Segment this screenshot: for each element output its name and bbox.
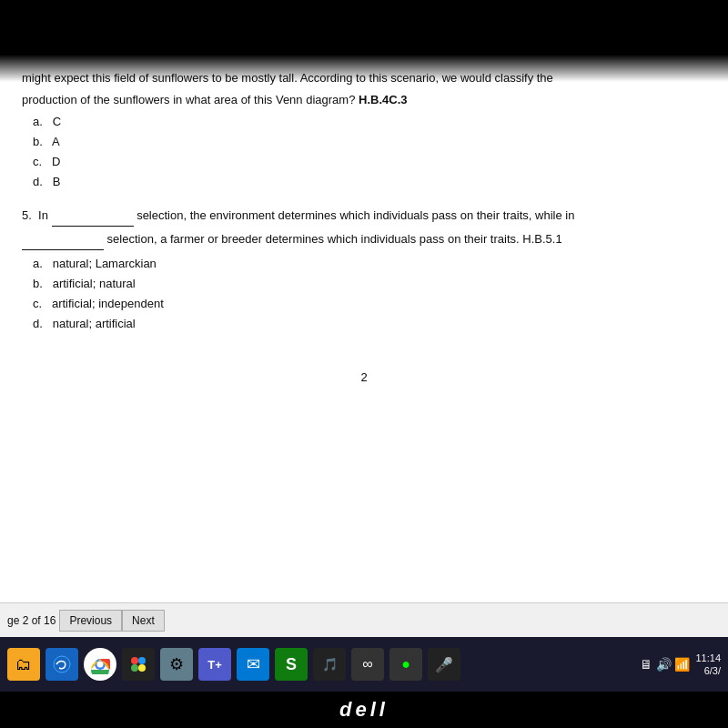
infinity-icon[interactable]: ∞ [351,648,384,681]
svg-point-7 [138,664,146,672]
page-info: ge 2 of 16 [7,614,56,627]
colorful-app-icon[interactable] [122,648,155,681]
file-explorer-icon[interactable]: 🗂 [7,648,40,681]
question-5-text-line2: selection, a farmer or breeder determine… [22,230,706,250]
q5-option-a: a. natural; Lamarckian [33,254,706,274]
option-b: b. A [33,132,706,152]
teams-icon[interactable]: T+ [198,648,231,681]
document-area: might expect this field of sunflowers to… [0,55,728,637]
q5-option-d: d. natural; artificial [33,314,706,334]
edge-icon[interactable] [46,648,78,681]
taskbar-right-area: 🖥 🔊 📶 11:14 6/3/ [640,652,721,678]
question-5-block: 5. In selection, the environment determi… [22,207,706,334]
clock-date: 6/3/ [695,664,721,677]
q5-option-b: b. artificial; natural [33,274,706,294]
page-number: 2 [22,370,706,384]
dell-logo-area: dell [0,692,728,728]
q5-option-c: c. artificial; independent [33,294,706,314]
option-c: c. D [33,152,706,172]
top-fade [0,55,728,82]
svg-point-0 [54,656,70,672]
q5-number: 5. In [22,208,52,222]
time-display: 11:14 6/3/ [695,652,721,678]
mic-icon[interactable]: 🎤 [428,648,460,681]
chrome-icon[interactable] [84,648,116,681]
svg-point-5 [138,657,146,664]
option-d: d. B [33,172,706,192]
system-tray-icons: 🖥 🔊 📶 [640,657,691,672]
mail-icon[interactable]: ✉ [237,648,269,681]
top-black-bar [0,0,728,55]
settings-icon[interactable]: ⚙ [160,648,193,681]
svg-point-4 [131,657,138,664]
audio-icon[interactable]: 🎵 [313,648,346,681]
svg-point-3 [97,662,104,668]
question-4-options: a. C b. A c. D d. B [33,112,706,192]
dell-logo: dell [339,698,389,722]
question-4-continuation: might expect this field of sunflowers to… [22,69,706,192]
taskbar: 🗂 ⚙ T+ ✉ S 🎵 ∞ ● 🎤 🖥 🔊 📶 11:14 6/3/ [0,637,728,692]
clock-time: 11:14 [695,652,721,664]
next-button[interactable]: Next [122,610,165,632]
s-app-icon[interactable]: S [275,648,308,681]
circle-app-icon[interactable]: ● [389,648,422,681]
continuation-text-line2: production of the sunflowers in what are… [22,91,706,109]
question-5-text-line1: 5. In selection, the environment determi… [22,207,706,227]
previous-button[interactable]: Previous [59,610,122,632]
option-a: a. C [33,112,706,132]
svg-point-6 [131,664,138,672]
navigation-bar: ge 2 of 16 Previous Next [0,602,728,637]
question-5-options: a. natural; Lamarckian b. artificial; na… [33,254,706,334]
